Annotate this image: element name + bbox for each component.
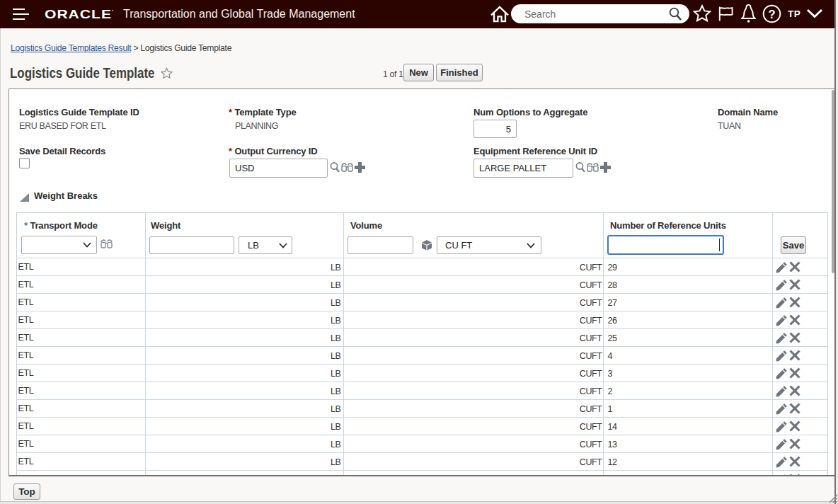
svg-text:?: ?	[768, 8, 775, 21]
